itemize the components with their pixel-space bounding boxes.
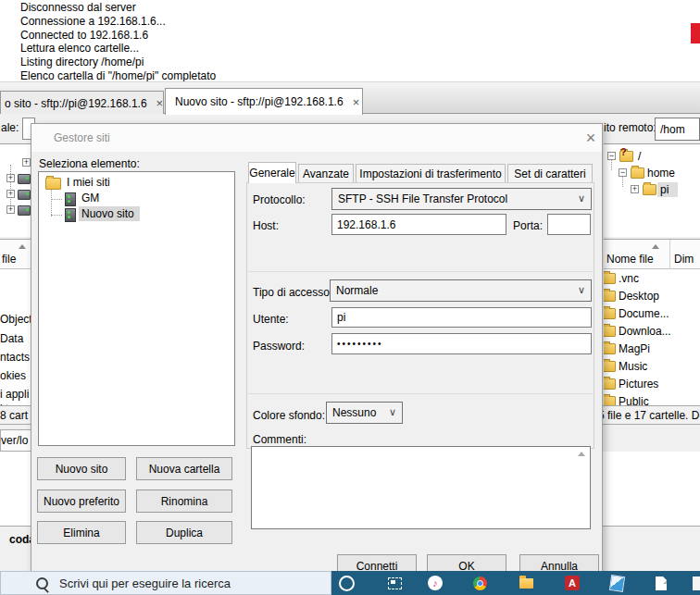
background-color-select[interactable]: Nessuno ∨ — [326, 402, 403, 424]
tree-item-gm[interactable]: GM — [81, 192, 99, 205]
tree-item-pi[interactable]: pi — [660, 183, 669, 196]
drive-icon — [18, 205, 31, 216]
tree-connector — [51, 215, 62, 216]
remote-status-text: 5 file e 17 cartelle. D — [598, 409, 699, 422]
file-row[interactable]: .vnc — [619, 272, 639, 285]
file-row[interactable]: Music — [619, 360, 647, 373]
site-tree: I miei siti GM Nuovo sito — [38, 171, 235, 446]
tree-item-home[interactable]: home — [647, 167, 675, 180]
folder-icon — [604, 273, 616, 284]
new-folder-button[interactable]: Nuova cartella — [136, 457, 232, 480]
blue-app-icon[interactable] — [607, 571, 626, 595]
tree-item-root[interactable]: / — [638, 150, 641, 163]
drive-icon — [18, 174, 31, 184]
column-divider[interactable] — [669, 240, 670, 269]
tab-close-icon[interactable]: × — [353, 95, 360, 109]
tab-label: o sito - sftp://pi@192.168.1.6 — [5, 97, 147, 110]
comments-textarea[interactable] — [251, 446, 591, 529]
tab-strip: o sito - sftp://pi@192.168.1.6 × Nuovo s… — [0, 81, 700, 114]
column-name-file[interactable]: Nome file — [606, 253, 654, 266]
folder-icon — [604, 378, 616, 390]
tab-generale[interactable]: Generale — [248, 162, 296, 183]
protocol-value: SFTP - SSH File Transfer Protocol — [338, 192, 507, 205]
queue-header-label: ver/lo — [1, 434, 28, 447]
file-explorer-icon[interactable] — [517, 571, 535, 595]
tab-impostazioni-trasferimento[interactable]: Impostazioni di trasferimento — [356, 164, 506, 183]
tab-set-caratteri[interactable]: Set di caratteri — [507, 164, 593, 183]
file-row[interactable]: MagPi — [619, 342, 650, 355]
message-log: Disconnesso dal server Connessione a 192… — [0, 0, 700, 81]
local-list-header[interactable]: file — [0, 239, 31, 269]
folder-question-mark: ? — [620, 146, 627, 157]
folder-icon — [604, 396, 616, 405]
cortana-icon[interactable] — [337, 571, 356, 595]
file-row[interactable]: Pictures — [619, 378, 658, 390]
port-label: Porta: — [513, 219, 543, 232]
log-line: Connessione a 192.168.1.6... — [20, 15, 166, 28]
search-placeholder: Scrivi qui per eseguire la ricerca — [59, 576, 231, 590]
rename-button[interactable]: Rinomina — [136, 490, 232, 513]
tab-avanzate[interactable]: Avanzate — [298, 164, 354, 183]
expander-plus-icon[interactable]: + — [6, 174, 15, 182]
protocol-label: Protocollo: — [253, 193, 306, 206]
dialog-titlebar[interactable]: Gestore siti × — [31, 124, 602, 152]
dialog-title: Gestore siti — [54, 131, 110, 144]
list-item[interactable]: okies — [0, 369, 26, 382]
expander-plus-icon[interactable]: + — [22, 158, 31, 167]
folder-icon — [631, 167, 644, 179]
folder-icon — [45, 178, 61, 190]
local-file-list: Object Data ntacts okies i appli ktop — [0, 269, 31, 405]
folder-icon — [604, 326, 616, 337]
expander-minus-icon[interactable]: − — [607, 152, 616, 160]
list-item[interactable]: ntacts — [0, 351, 30, 364]
password-input[interactable]: ••••••••• — [331, 333, 592, 354]
queue-header[interactable]: ver/lo — [0, 429, 31, 452]
list-item[interactable]: Data — [0, 332, 23, 345]
acrobat-icon[interactable]: A — [563, 571, 581, 595]
expander-plus-icon[interactable]: + — [631, 185, 639, 193]
tree-connector — [51, 199, 62, 200]
user-input[interactable]: pi — [331, 307, 592, 328]
file-row[interactable]: Public — [619, 395, 649, 405]
red-indicator — [691, 23, 700, 43]
tree-item-nuovo-sito[interactable]: Nuovo sito — [81, 207, 134, 220]
remote-address-field[interactable]: /hom — [655, 118, 700, 141]
close-icon[interactable]: × — [580, 127, 602, 149]
file-row[interactable]: Desktop — [619, 290, 659, 303]
tree-item-my-sites[interactable]: I miei siti — [67, 176, 110, 189]
tab-site-1[interactable]: o sito - sftp://pi@192.168.1.6 × — [0, 91, 164, 115]
file-row[interactable]: Downloa... — [619, 325, 671, 338]
expander-plus-icon[interactable]: + — [6, 205, 15, 214]
list-item[interactable]: i appli — [0, 388, 29, 401]
scroll-up-icon[interactable] — [578, 452, 585, 456]
background-color-label: Colore sfondo: — [253, 409, 325, 422]
new-bookmark-button[interactable]: Nuovo preferito — [37, 490, 126, 513]
logon-type-select[interactable]: Normale ∨ — [330, 279, 592, 302]
tab-close-icon[interactable]: × — [156, 96, 164, 110]
list-item[interactable]: Object — [0, 313, 31, 326]
itunes-icon[interactable]: ♪ — [426, 571, 444, 595]
sort-ascending-icon — [652, 244, 659, 249]
local-header-label: file — [2, 253, 16, 266]
protocol-select[interactable]: SFTP - SSH File Transfer Protocol ∨ — [331, 188, 592, 210]
expander-minus-icon[interactable]: − — [619, 168, 627, 177]
task-view-icon[interactable] — [385, 571, 404, 595]
duplicate-button[interactable]: Duplica — [136, 521, 232, 544]
new-site-button[interactable]: Nuovo sito — [37, 457, 126, 480]
background-color-value: Nessuno — [332, 406, 376, 419]
notepad-icon[interactable] — [652, 571, 670, 595]
chrome-icon[interactable] — [470, 571, 489, 595]
tab-site-2-active[interactable]: Nuovo sito - sftp://pi@192.168.1.6 × — [165, 88, 363, 115]
file-row[interactable]: Docume... — [619, 307, 669, 320]
folder-icon — [604, 291, 616, 302]
remote-list-header[interactable]: Nome file Dim — [604, 239, 700, 269]
expander-plus-icon[interactable]: + — [6, 190, 15, 198]
delete-button[interactable]: Elimina — [37, 521, 126, 544]
partial-app-icon[interactable] — [693, 571, 700, 595]
logon-type-label: Tipo di accesso: — [253, 286, 332, 299]
column-dim[interactable]: Dim — [674, 253, 694, 266]
logon-type-value: Normale — [336, 284, 378, 297]
taskbar-search[interactable]: Scrivi qui per eseguire la ricerca — [0, 571, 331, 595]
port-input[interactable] — [547, 214, 591, 235]
host-input[interactable]: 192.168.1.6 — [331, 214, 506, 235]
